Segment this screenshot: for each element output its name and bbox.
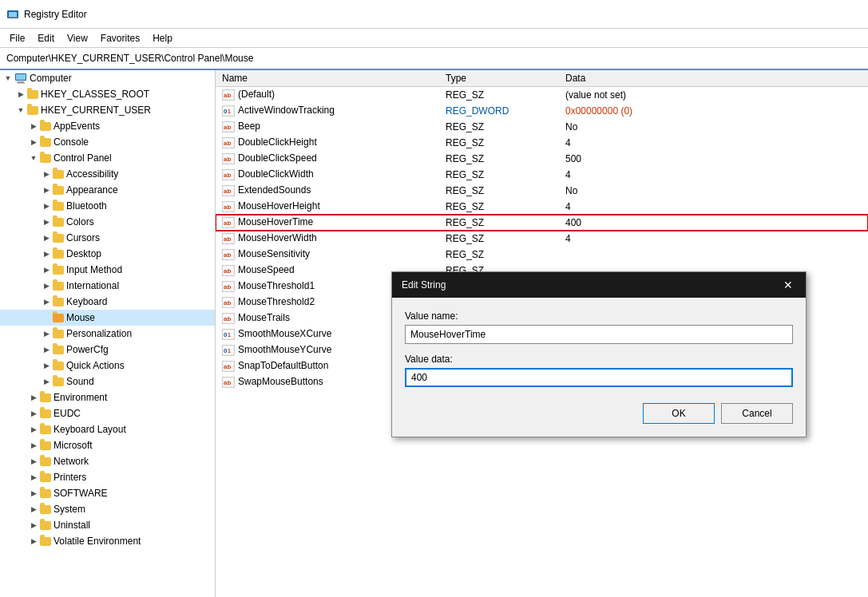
table-row[interactable]: abMouseHoverTimeREG_SZ400 [216,215,868,231]
cancel-button[interactable]: Cancel [721,403,793,424]
tree-label-accessibility: Accessibility [66,168,118,180]
folder-icon-powercfg [53,346,64,354]
tree-label-environment: Environment [54,392,107,403]
svg-text:ab: ab [224,172,231,179]
table-row[interactable]: abDoubleClickWidthREG_SZ4 [216,167,868,183]
expand-control-panel[interactable]: ▼ [27,152,40,164]
table-row[interactable]: ab(Default)REG_SZ(value not set) [216,87,868,103]
cell-name: 01ActiveWindowTracking [216,103,439,119]
table-row[interactable]: abMouseHoverWidthREG_SZ4 [216,231,868,247]
tree-item-appevents[interactable]: ▶ AppEvents [0,118,215,134]
value-name-input[interactable] [405,325,793,344]
tree-item-bluetooth[interactable]: ▶ Bluetooth [0,198,215,214]
expand-classes-root[interactable]: ▶ [14,88,27,101]
tree-item-mouse[interactable]: Mouse [0,310,215,326]
tree-item-accessibility[interactable]: ▶ Accessibility [0,166,215,182]
tree-item-sound[interactable]: ▶ Sound [0,374,215,389]
expand-international[interactable]: ▶ [40,279,53,292]
cell-name-text: SmoothMouseXCurve [238,328,331,339]
table-row[interactable]: 01ActiveWindowTrackingREG_DWORD0x0000000… [216,103,868,119]
tree-item-console[interactable]: ▶ Console [0,134,215,150]
expand-personalization[interactable]: ▶ [40,327,53,340]
tree-item-powercfg[interactable]: ▶ PowerCfg [0,342,215,358]
expand-desktop[interactable]: ▶ [40,247,53,260]
expand-current-user[interactable]: ▼ [14,104,27,117]
tree-item-eudc[interactable]: ▶ EUDC [0,405,215,421]
cell-name-text: MouseHoverWidth [238,232,317,243]
tree-item-software[interactable]: ▶ SOFTWARE [0,485,215,501]
menu-favorites[interactable]: Favorites [94,31,146,45]
expand-volatile-environment[interactable]: ▶ [27,535,40,548]
expand-network[interactable]: ▶ [27,455,40,468]
tree-item-classes-root[interactable]: ▶ HKEY_CLASSES_ROOT [0,86,215,102]
expand-input-method[interactable]: ▶ [40,263,53,276]
tree-item-system[interactable]: ▶ System [0,501,215,517]
tree-item-cursors[interactable]: ▶ Cursors [0,230,215,246]
expand-quick-actions[interactable]: ▶ [40,359,53,372]
expand-appearance[interactable]: ▶ [40,184,53,196]
tree-item-international[interactable]: ▶ International [0,278,215,294]
table-row[interactable]: abExtendedSoundsREG_SZNo [216,183,868,199]
expand-environment[interactable]: ▶ [27,391,40,404]
tree-item-network[interactable]: ▶ Network [0,453,215,469]
expand-powercfg[interactable]: ▶ [40,343,53,356]
svg-text:ab: ab [224,379,231,386]
cell-name-text: MouseThreshold1 [238,280,315,291]
edit-string-dialog[interactable]: Edit String ✕ Value name: Value data: OK… [391,271,807,437]
tree-item-quick-actions[interactable]: ▶ Quick Actions [0,358,215,374]
svg-rect-1 [9,12,17,17]
cell-name-text: MouseSensitivity [238,248,310,259]
expand-accessibility[interactable]: ▶ [40,168,53,180]
expand-eudc[interactable]: ▶ [27,407,40,420]
cell-data: 4 [559,199,868,215]
tree-item-uninstall[interactable]: ▶ Uninstall [0,517,215,533]
svg-rect-6 [17,83,25,84]
tree-item-control-panel[interactable]: ▼ Control Panel [0,150,215,166]
tree-item-environment[interactable]: ▶ Environment [0,389,215,405]
expand-system[interactable]: ▶ [27,503,40,516]
dialog-title: Edit String [402,279,446,291]
tree-item-keyboard-layout[interactable]: ▶ Keyboard Layout [0,421,215,437]
expand-bluetooth[interactable]: ▶ [40,200,53,212]
expand-uninstall[interactable]: ▶ [27,519,40,532]
tree-item-printers[interactable]: ▶ Printers [0,469,215,485]
tree-item-microsoft[interactable]: ▶ Microsoft [0,437,215,453]
table-row[interactable]: abMouseHoverHeightREG_SZ4 [216,199,868,215]
expand-keyboard-layout[interactable]: ▶ [27,423,40,436]
expand-appevents[interactable]: ▶ [27,120,40,132]
tree-panel[interactable]: ▼ Computer ▶ HKEY_CLASSES_ROOT ▼ HKEY_CU… [0,70,216,597]
tree-item-input-method[interactable]: ▶ Input Method [0,262,215,278]
dialog-close-button[interactable]: ✕ [780,277,796,293]
tree-item-desktop[interactable]: ▶ Desktop [0,246,215,262]
tree-label-input-method: Input Method [66,264,122,275]
expand-sound[interactable]: ▶ [40,375,53,388]
tree-item-current-user[interactable]: ▼ HKEY_CURRENT_USER [0,102,215,118]
expand-printers[interactable]: ▶ [27,471,40,484]
tree-item-volatile-environment[interactable]: ▶ Volatile Environment [0,533,215,549]
computer-icon [14,72,27,85]
ok-button[interactable]: OK [643,403,715,424]
value-data-input[interactable] [405,368,793,387]
tree-item-keyboard[interactable]: ▶ Keyboard [0,294,215,310]
tree-item-appearance[interactable]: ▶ Appearance [0,182,215,198]
table-row[interactable]: abMouseSensitivityREG_SZ [216,247,868,263]
folder-icon-appearance [53,186,64,195]
expand-software[interactable]: ▶ [27,487,40,500]
expand-microsoft[interactable]: ▶ [27,439,40,452]
tree-item-personalization[interactable]: ▶ Personalization [0,326,215,342]
table-row[interactable]: abBeepREG_SZNo [216,119,868,135]
tree-item-colors[interactable]: ▶ Colors [0,214,215,230]
expand-colors[interactable]: ▶ [40,215,53,228]
menu-edit[interactable]: Edit [31,31,61,45]
menu-view[interactable]: View [61,31,94,45]
expand-computer[interactable]: ▼ [2,72,14,85]
table-row[interactable]: abDoubleClickSpeedREG_SZ500 [216,151,868,167]
menu-help[interactable]: Help [146,31,179,45]
table-row[interactable]: abDoubleClickHeightREG_SZ4 [216,135,868,151]
expand-console[interactable]: ▶ [27,136,40,148]
expand-cursors[interactable]: ▶ [40,231,53,244]
tree-item-computer[interactable]: ▼ Computer [0,70,215,86]
expand-keyboard[interactable]: ▶ [40,295,53,308]
menu-file[interactable]: File [3,31,31,45]
folder-icon-volatile-environment [40,537,51,546]
